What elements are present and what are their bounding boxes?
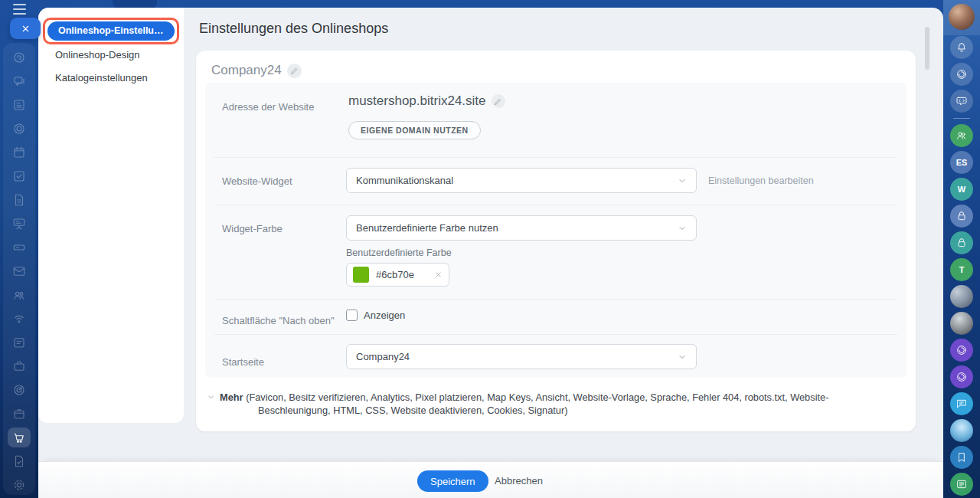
page-title: Einstellungen des Onlineshops xyxy=(199,21,388,37)
crm-icon[interactable] xyxy=(8,285,31,305)
channel-chat[interactable] xyxy=(950,392,973,415)
show-checkbox-label: Anzeigen xyxy=(364,310,405,321)
more-settings-toggle[interactable]: Mehr (Favicon, Besitz verifizieren, Anal… xyxy=(207,391,900,417)
warehouse-icon[interactable] xyxy=(8,404,31,424)
shop-name: Company24 xyxy=(211,63,282,78)
edit-address-button[interactable] xyxy=(492,94,505,108)
website-address-value: mustershop.bitrix24.site xyxy=(348,93,486,109)
active-users[interactable] xyxy=(950,124,973,147)
right-sidebar: ESWT xyxy=(943,0,980,498)
cancel-button[interactable]: Abbrechen xyxy=(495,470,543,492)
left-rail-icons xyxy=(3,43,35,495)
profile-avatar[interactable] xyxy=(949,4,975,30)
private-chat-2[interactable] xyxy=(950,231,973,254)
news-channel[interactable] xyxy=(950,473,973,496)
telephony-icon[interactable] xyxy=(8,309,31,329)
left-sidebar xyxy=(0,0,38,498)
mail-icon[interactable] xyxy=(8,261,31,281)
pencil-icon xyxy=(290,67,299,75)
rail-divider xyxy=(953,118,970,119)
nav-item-onlineshop-design[interactable]: Onlineshop-Design xyxy=(55,49,140,61)
start-page-select[interactable]: Company24 xyxy=(346,344,697,369)
documents-icon[interactable] xyxy=(8,190,31,210)
edit-shop-name-button[interactable] xyxy=(287,64,302,78)
nav-item-onlineshop-einstellungen[interactable]: Onlineshop-Einstellung... xyxy=(47,21,175,41)
feed-icon[interactable] xyxy=(8,95,31,115)
saved-messages[interactable] xyxy=(950,446,973,469)
copilot-2[interactable] xyxy=(950,365,973,388)
scrollbar-thumb[interactable] xyxy=(925,27,929,70)
marketing-icon[interactable] xyxy=(8,380,31,400)
widget-select[interactable]: Kommunikationskanal xyxy=(346,168,697,193)
pencil-icon xyxy=(494,97,502,106)
messenger-icon[interactable] xyxy=(8,48,31,67)
widget-color-select-value: Benutzerdefinierte Farbe nutzen xyxy=(356,222,678,234)
address-label: Adresse der Website xyxy=(222,101,314,113)
chat-es[interactable]: ES xyxy=(950,151,973,174)
color-hex-value: #6cb70e xyxy=(376,269,427,280)
close-slider-button[interactable] xyxy=(10,18,41,39)
color-picker-field[interactable]: #6cb70e xyxy=(346,263,449,287)
chat-t[interactable]: T xyxy=(950,258,973,281)
edit-widget-settings-link[interactable]: Einstellungen bearbeiten xyxy=(708,175,814,186)
sign-icon[interactable] xyxy=(8,451,31,471)
nav-item-katalogeinstellungen[interactable]: Katalogeinstellungen xyxy=(55,72,148,84)
scroll-top-label: Schaltfläche "Nach oben" xyxy=(222,315,335,326)
widget-color-label: Widget-Farbe xyxy=(222,223,283,234)
presentation-icon[interactable] xyxy=(8,214,31,234)
tasks-icon[interactable] xyxy=(8,166,31,186)
more-details: (Favicon, Besitz verifizieren, Analytics… xyxy=(246,392,828,416)
notifications[interactable] xyxy=(950,36,973,59)
settings-icon[interactable] xyxy=(8,475,31,495)
show-checkbox[interactable] xyxy=(346,310,358,321)
widget-select-value: Kommunikationskanal xyxy=(356,175,678,186)
settings-main-area: Einstellungen des Onlineshops Company24 … xyxy=(184,8,943,498)
copilot-1[interactable] xyxy=(950,339,973,362)
company-icon[interactable] xyxy=(8,356,31,376)
chats-icon[interactable] xyxy=(8,71,31,91)
close-icon xyxy=(21,24,31,34)
bot-avatar[interactable] xyxy=(950,419,973,442)
own-domain-button[interactable]: EIGENE DOMAIN NUTZEN xyxy=(348,121,481,139)
save-button[interactable]: Speichern xyxy=(417,470,488,492)
close-icon xyxy=(434,270,443,279)
chevron-down-icon xyxy=(678,352,687,362)
workflows-icon[interactable] xyxy=(8,119,31,139)
chevron-down-icon xyxy=(678,224,687,233)
shop-settings-card: Company24 Adresse der Website mustershop… xyxy=(196,51,916,431)
more-label: Mehr xyxy=(220,392,243,403)
user-chat-avatar[interactable] xyxy=(950,312,973,335)
settings-form: Adresse der Website mustershop.bitrix24.… xyxy=(205,83,906,378)
color-swatch[interactable] xyxy=(353,267,369,283)
settings-slider-panel: Onlineshop-Einstellung... Onlineshop-Des… xyxy=(38,8,943,498)
slider-footer: Speichern Abbrechen xyxy=(38,461,943,498)
widget-label: Website-Widget xyxy=(222,175,292,187)
online-shop-icon[interactable] xyxy=(8,428,31,447)
clear-color-button[interactable] xyxy=(434,270,443,279)
market[interactable] xyxy=(950,63,973,86)
helpdesk[interactable] xyxy=(950,90,973,113)
drive-icon[interactable] xyxy=(8,238,31,257)
settings-nav-panel: Onlineshop-Einstellung... Onlineshop-Des… xyxy=(38,8,184,423)
chevron-down-icon xyxy=(678,176,687,185)
chat-w[interactable]: W xyxy=(950,178,973,201)
widget-color-select[interactable]: Benutzerdefinierte Farbe nutzen xyxy=(346,215,697,241)
booking-icon[interactable] xyxy=(8,333,31,352)
menu-icon[interactable] xyxy=(13,4,26,18)
custom-color-label: Benutzerdefinierte Farbe xyxy=(346,247,452,258)
start-page-label: Startseite xyxy=(222,356,264,368)
start-page-select-value: Company24 xyxy=(356,351,678,362)
group-chat-avatar[interactable] xyxy=(950,285,973,308)
chevron-down-icon xyxy=(207,393,215,417)
calendar-icon[interactable] xyxy=(8,143,31,162)
private-chat-1[interactable] xyxy=(950,205,973,228)
